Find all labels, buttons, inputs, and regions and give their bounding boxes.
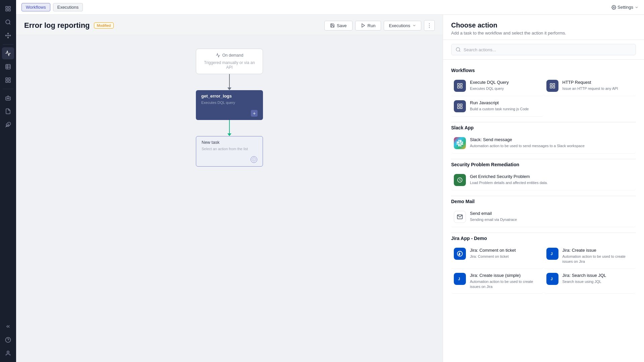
action-slack-send[interactable]: Slack: Send message Automation action to… bbox=[451, 133, 636, 154]
action-node[interactable]: get_error_logs Executes DQL query + bbox=[196, 90, 263, 120]
modified-badge: Modified bbox=[94, 22, 114, 28]
section-security-title: Security Problem Remediation bbox=[451, 159, 636, 167]
action-security-problem[interactable]: Get Enriched Security Problem Load Probl… bbox=[451, 170, 636, 190]
tab-workflows[interactable]: Workflows bbox=[21, 3, 50, 11]
right-panel: Choose action Add a task to the workflow… bbox=[443, 15, 644, 362]
section-workflows: Workflows Execute DQL Query Executes DQL… bbox=[451, 65, 636, 117]
jira-create-text: Jira: Create issue Automation action to … bbox=[562, 248, 634, 264]
action-jira-search-jql[interactable]: J Jira: Search issue JQL Search issue us… bbox=[544, 269, 636, 294]
mail-name: Send email bbox=[470, 211, 517, 217]
jira-items-grid: J Jira: Comment on ticket Jira: Comment … bbox=[451, 244, 636, 294]
svg-point-5 bbox=[8, 35, 9, 36]
search-nav-icon[interactable] bbox=[2, 16, 14, 28]
run-js-name: Run Javascript bbox=[470, 100, 529, 106]
settings-button[interactable]: Settings bbox=[611, 5, 639, 10]
jira-search-jql-text: Jira: Search issue JQL Search issue usin… bbox=[562, 273, 606, 284]
right-panel-header: Choose action Add a task to the workflow… bbox=[443, 15, 644, 40]
tab-executions[interactable]: Executions bbox=[53, 3, 83, 11]
action-jira-comment[interactable]: J Jira: Comment on ticket Jira: Comment … bbox=[451, 244, 544, 269]
action-node-footer: + bbox=[201, 110, 258, 117]
section-jira: Jira App - Demo J Jira: Comment on ticke… bbox=[451, 233, 636, 294]
user-nav-icon[interactable] bbox=[2, 347, 14, 359]
security-name: Get Enriched Security Problem bbox=[470, 174, 548, 180]
new-task-node[interactable]: New task Select an action from the list … bbox=[196, 136, 263, 167]
svg-rect-31 bbox=[458, 86, 459, 88]
jira-comment-icon: J bbox=[454, 248, 466, 260]
svg-rect-18 bbox=[6, 97, 10, 100]
jira-create-simple-icon: J bbox=[454, 273, 466, 285]
action-node-body: Executes DQL query bbox=[201, 101, 258, 107]
action-jira-create[interactable]: J Jira: Create issue Automation action t… bbox=[544, 244, 636, 269]
jira-comment-desc: Jira: Comment on ticket bbox=[470, 254, 516, 259]
section-workflows-title: Workflows bbox=[451, 65, 636, 73]
mail-icon bbox=[454, 211, 466, 223]
spreadsheet-nav-icon[interactable] bbox=[2, 61, 14, 73]
svg-rect-3 bbox=[9, 9, 10, 11]
run-button[interactable]: Run bbox=[355, 21, 381, 31]
svg-point-9 bbox=[8, 37, 9, 38]
new-task-footer: ⓘ bbox=[202, 156, 257, 163]
run-js-desc: Build a custom task running js Code bbox=[470, 107, 529, 112]
slack-items-grid: Slack: Send message Automation action to… bbox=[451, 133, 636, 154]
apps-nav-icon[interactable] bbox=[2, 29, 14, 42]
mail-items-grid: Send email Sending email via Dynatrace bbox=[451, 207, 636, 227]
pdf-nav-icon[interactable] bbox=[2, 105, 14, 117]
home-icon[interactable] bbox=[2, 3, 14, 15]
section-jira-title: Jira App - Demo bbox=[451, 233, 636, 241]
http-request-desc: Issue an HTTP request to any API bbox=[562, 86, 618, 91]
security-icon bbox=[454, 174, 466, 186]
jira-create-simple-desc: Automation action to be used to create i… bbox=[470, 279, 541, 290]
slack-send-name: Slack: Send message bbox=[470, 137, 585, 143]
action-execute-dql[interactable]: Execute DQL Query Executes DQL query bbox=[451, 76, 544, 96]
mail-text: Send email Sending email via Dynatrace bbox=[470, 211, 517, 222]
jira-search-jql-icon: J bbox=[546, 273, 558, 285]
new-task-circle-button[interactable]: ⓘ bbox=[251, 156, 257, 163]
save-button[interactable]: Save bbox=[324, 21, 353, 31]
workflow-title: Error log reporting bbox=[24, 21, 90, 30]
run-label: Run bbox=[368, 23, 376, 28]
svg-rect-36 bbox=[553, 86, 554, 88]
search-input-wrap bbox=[451, 44, 636, 55]
action-jira-create-simple[interactable]: J Jira: Create issue (simple) Automation… bbox=[451, 269, 544, 294]
action-send-email[interactable]: Send email Sending email via Dynatrace bbox=[451, 207, 636, 227]
more-button[interactable]: ⋮ bbox=[424, 20, 435, 31]
jira-comment-text: Jira: Comment on ticket Jira: Comment on… bbox=[470, 248, 516, 259]
svg-rect-14 bbox=[6, 78, 7, 79]
trigger-node[interactable]: On demand Triggered manually or via an A… bbox=[196, 49, 263, 74]
robot-nav-icon[interactable] bbox=[2, 92, 14, 104]
execute-dql-name: Execute DQL Query bbox=[470, 80, 509, 85]
section-mail-title: Demo Mail bbox=[451, 196, 636, 204]
executions-button[interactable]: Executions bbox=[384, 21, 421, 31]
search-input[interactable] bbox=[464, 47, 632, 52]
svg-rect-2 bbox=[6, 9, 7, 11]
svg-rect-17 bbox=[9, 81, 10, 82]
grid-nav-icon[interactable] bbox=[2, 74, 14, 86]
action-add-button[interactable]: + bbox=[251, 110, 258, 117]
puzzle-nav-icon[interactable] bbox=[2, 119, 14, 131]
http-request-icon bbox=[546, 80, 558, 92]
jira-create-icon: J bbox=[546, 248, 558, 260]
right-panel-title: Choose action bbox=[451, 21, 636, 29]
svg-rect-30 bbox=[461, 83, 462, 85]
help-nav-icon[interactable] bbox=[2, 334, 14, 346]
execute-dql-icon bbox=[454, 80, 466, 92]
right-panel-subtitle: Add a task to the workflow and select th… bbox=[451, 31, 636, 36]
svg-point-26 bbox=[613, 7, 614, 8]
jira-comment-name: Jira: Comment on ticket bbox=[470, 248, 516, 253]
connector-arrow-1 bbox=[227, 87, 231, 90]
section-slack: Slack App Slack: Send message Automation… bbox=[451, 122, 636, 154]
workflow-canvas[interactable]: On demand Triggered manually or via an A… bbox=[16, 35, 443, 362]
svg-rect-34 bbox=[553, 83, 554, 85]
mail-desc: Sending email via Dynatrace bbox=[470, 217, 517, 222]
collapse-nav-icon[interactable] bbox=[2, 320, 14, 333]
action-http-request[interactable]: HTTP Request Issue an HTTP request to an… bbox=[544, 76, 636, 96]
nav-divider-1 bbox=[3, 44, 13, 45]
slack-send-text: Slack: Send message Automation action to… bbox=[470, 137, 585, 148]
svg-marker-27 bbox=[362, 24, 364, 27]
workflows-nav-icon[interactable] bbox=[2, 47, 14, 59]
action-run-javascript[interactable]: Run Javascript Build a custom task runni… bbox=[451, 96, 544, 117]
svg-point-7 bbox=[10, 35, 11, 36]
header-actions: Save Run Executions ⋮ bbox=[324, 20, 435, 31]
more-icon: ⋮ bbox=[427, 22, 432, 29]
svg-point-28 bbox=[456, 48, 460, 51]
